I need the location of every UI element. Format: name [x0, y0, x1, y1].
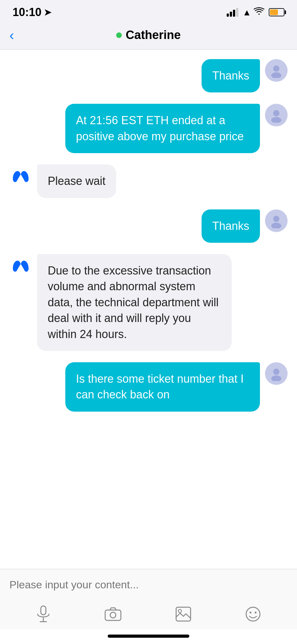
svg-rect-8 — [41, 606, 46, 615]
svg-point-1 — [271, 72, 281, 78]
user-avatar-icon — [269, 213, 284, 228]
svg-rect-11 — [105, 610, 121, 620]
emoji-icon — [245, 606, 261, 622]
message-bubble: At 21:56 EST ETH ended at a positive abo… — [65, 104, 260, 153]
svg-point-17 — [255, 612, 256, 613]
meta-avatar — [9, 254, 32, 277]
message-text: Is there some ticket number that I can c… — [76, 372, 244, 401]
message-bubble: Thanks — [202, 209, 260, 243]
avatar — [265, 104, 288, 126]
avatar — [265, 362, 288, 385]
signal-icon — [227, 8, 238, 17]
message-text: Thanks — [212, 69, 249, 82]
message-row: Please wait — [9, 164, 288, 198]
svg-point-7 — [271, 375, 281, 381]
camera-button[interactable] — [104, 607, 122, 625]
online-status-dot — [116, 32, 122, 38]
time-display: 10:10 — [13, 6, 41, 19]
home-indicator — [0, 630, 297, 644]
svg-point-4 — [273, 216, 279, 222]
message-row: At 21:56 EST ETH ended at a positive abo… — [9, 104, 288, 153]
message-bubble: Due to the excessive transaction volume … — [37, 254, 232, 351]
status-icons: ▲ — [227, 7, 285, 18]
back-button[interactable]: ‹ — [9, 27, 14, 43]
svg-point-6 — [273, 369, 279, 375]
input-area — [0, 569, 297, 599]
user-avatar-icon — [269, 366, 284, 381]
svg-point-12 — [110, 612, 116, 618]
emoji-button[interactable] — [245, 606, 261, 625]
avatar — [265, 209, 288, 232]
meta-logo-icon — [11, 169, 30, 182]
battery-icon — [269, 8, 284, 16]
svg-point-0 — [273, 65, 279, 72]
toolbar — [0, 599, 297, 630]
mic-icon — [36, 605, 51, 623]
svg-point-14 — [178, 609, 181, 613]
svg-point-3 — [271, 117, 281, 123]
battery-fill — [270, 9, 278, 15]
svg-rect-13 — [176, 607, 191, 621]
svg-point-2 — [273, 110, 279, 116]
message-bubble: Thanks — [202, 59, 260, 92]
home-bar — [108, 635, 189, 638]
message-row: Due to the excessive transaction volume … — [9, 254, 288, 351]
message-bubble: Please wait — [37, 164, 116, 198]
status-time: 10:10 ➤ — [13, 6, 51, 19]
image-button[interactable] — [175, 606, 192, 625]
avatar — [265, 59, 288, 82]
message-row: Is there some ticket number that I can c… — [9, 362, 288, 412]
svg-point-16 — [250, 612, 251, 613]
location-icon: ➤ — [44, 7, 51, 18]
svg-point-5 — [271, 223, 281, 228]
chat-area: Thanks At 21:56 EST ETH ended at a posit… — [0, 50, 297, 569]
status-bar: 10:10 ➤ ▲ — [0, 0, 297, 22]
message-bubble: Is there some ticket number that I can c… — [65, 362, 260, 412]
meta-avatar — [9, 164, 32, 187]
message-text: Thanks — [212, 219, 249, 232]
user-avatar-icon — [269, 63, 284, 78]
message-text: At 21:56 EST ETH ended at a positive abo… — [76, 114, 244, 142]
message-text: Please wait — [48, 175, 105, 187]
image-icon — [175, 606, 192, 622]
meta-logo-icon — [11, 259, 30, 272]
wifi-icon: ▲ — [243, 7, 265, 18]
message-row: Thanks — [9, 209, 288, 243]
nav-title: Catherine — [116, 28, 181, 42]
message-text: Due to the excessive transaction volume … — [48, 264, 219, 341]
camera-icon — [104, 607, 122, 621]
svg-point-15 — [246, 607, 260, 621]
user-avatar-icon — [269, 108, 284, 123]
mic-button[interactable] — [36, 605, 51, 626]
message-row: Thanks — [9, 59, 288, 92]
nav-bar: ‹ Catherine — [0, 22, 297, 50]
wifi-svg — [254, 7, 264, 15]
message-input[interactable] — [9, 575, 288, 594]
contact-name: Catherine — [126, 28, 181, 42]
